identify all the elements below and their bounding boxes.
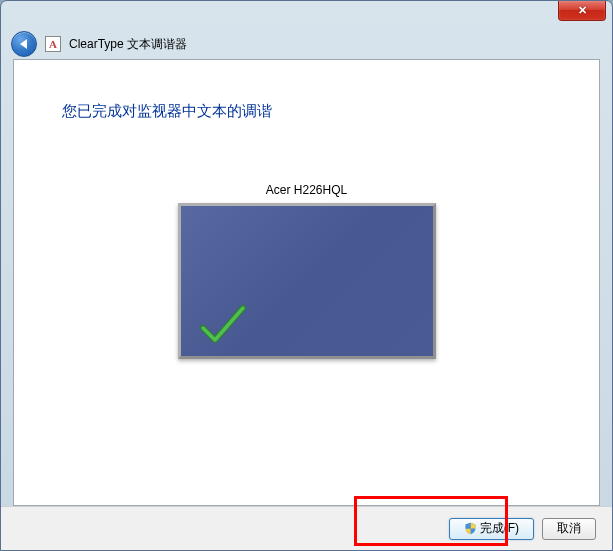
finish-button-label: 完成(F) [480, 520, 519, 537]
titlebar: ✕ [1, 1, 612, 29]
monitor-name-label: Acer H226HQL [14, 183, 599, 197]
app-icon-letter: A [49, 38, 57, 50]
button-bar: 完成(F) 取消 [1, 506, 612, 550]
close-icon: ✕ [578, 4, 587, 17]
dialog-window: ✕ A ClearType 文本调谐器 您已完成对监视器中文本的调谐 Acer … [0, 0, 613, 551]
monitor-preview [178, 203, 436, 359]
window-title: ClearType 文本调谐器 [69, 36, 187, 53]
app-icon: A [45, 36, 61, 52]
close-button[interactable]: ✕ [558, 1, 606, 21]
back-button[interactable] [11, 31, 37, 57]
checkmark-icon [199, 304, 247, 346]
shield-icon [464, 522, 477, 535]
content-area: 您已完成对监视器中文本的调谐 Acer H226HQL [13, 59, 600, 506]
page-heading: 您已完成对监视器中文本的调谐 [14, 60, 599, 121]
back-arrow-icon [20, 39, 27, 49]
nav-area: A ClearType 文本调谐器 [1, 29, 612, 59]
cancel-button[interactable]: 取消 [542, 518, 596, 540]
finish-button[interactable]: 完成(F) [449, 518, 534, 540]
cancel-button-label: 取消 [557, 520, 581, 537]
